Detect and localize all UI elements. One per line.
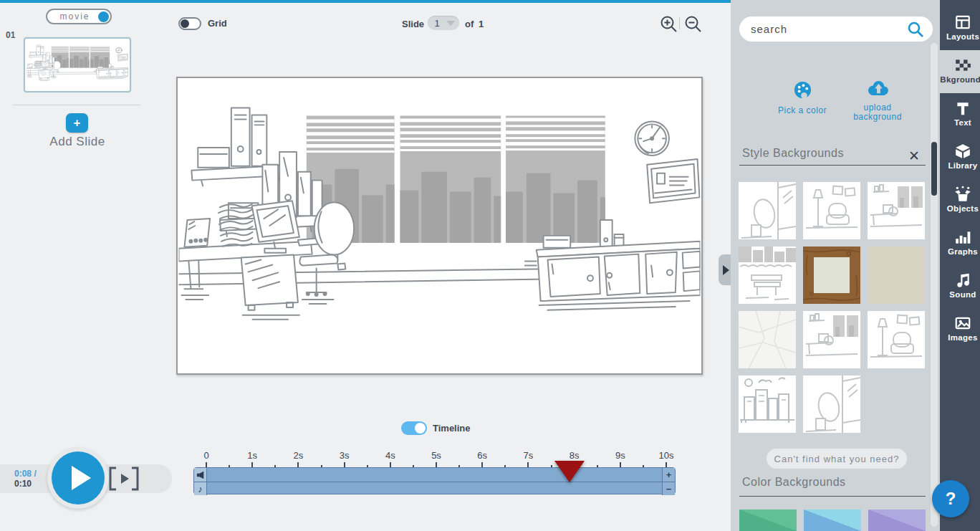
sidebar-item-sound[interactable]: Sound [940, 265, 980, 308]
graphs-icon [954, 229, 971, 246]
zoom-out-icon [684, 15, 703, 34]
backgrounds-panel: Pick a color uploadbackground Style Back… [731, 0, 940, 531]
color-swatch[interactable] [804, 510, 861, 531]
sidebar-item-label: Images [940, 333, 980, 342]
ruler-tick-label: 6s [468, 450, 496, 461]
ruler-tick-label: 3s [330, 450, 359, 461]
time-current: 0:08 [14, 469, 32, 479]
style-thumbnail-city-skyline[interactable] [739, 375, 796, 433]
zoom-in-icon [660, 15, 678, 34]
search-icon[interactable] [907, 21, 924, 38]
style-thumbnail-window-corner[interactable] [803, 375, 860, 433]
style-thumbnail-wooden-frame[interactable] [803, 247, 860, 304]
ruler-tick-label: 0 [192, 450, 221, 461]
timeline-tracks[interactable]: ♪ + − [193, 467, 676, 494]
style-thumbnail-office-desk[interactable] [868, 182, 925, 239]
editor-canvas[interactable] [176, 77, 703, 375]
music-track[interactable]: ♪ [194, 482, 675, 495]
style-thumbnail-park-bench[interactable] [739, 247, 796, 304]
color-backgrounds-title: Color Backgrounds [742, 476, 846, 489]
time-total: 0:10 [14, 479, 37, 489]
timeline-toggle[interactable] [401, 421, 427, 435]
question-mark-icon: ? [946, 489, 956, 509]
slide-total-label: 1 [479, 19, 484, 29]
sidebar-item-bkgrounds[interactable]: Bkgrounds [940, 50, 980, 93]
sidebar-item-label: Text [940, 118, 980, 127]
help-button[interactable]: ? [932, 480, 969, 517]
sidebar-item-label: Graphs [940, 247, 980, 256]
grid-toggle[interactable] [178, 17, 201, 30]
color-swatches [739, 510, 926, 531]
grid-label: Grid [208, 18, 227, 29]
movie-mode-label: movie [47, 11, 98, 21]
office-scene-graphic [178, 78, 701, 373]
plus-icon: + [74, 116, 81, 130]
objects-icon [954, 186, 971, 203]
add-slide-label: Add Slide [0, 135, 155, 149]
time-separator: / [34, 469, 36, 479]
sidebar-item-library[interactable]: Library [940, 136, 980, 179]
panel-scrollbar-thumb[interactable] [931, 142, 937, 196]
zoom-in-button[interactable] [660, 15, 678, 34]
slide-thumbnail[interactable] [24, 37, 131, 92]
ruler-tick-label: 1s [238, 450, 266, 461]
preview-slide-button[interactable] [107, 465, 140, 492]
chevron-down-icon [446, 21, 455, 26]
slide-select-dropdown[interactable]: 1 [428, 16, 459, 30]
voice-track-icon-cell[interactable] [194, 468, 207, 482]
cant-find-button[interactable]: Can't find what you need? [767, 449, 907, 469]
sidebar-item-objects[interactable]: Objects [940, 179, 980, 222]
zoom-out-button[interactable] [684, 15, 703, 34]
style-thumbnail-plain-beige[interactable] [868, 247, 925, 304]
bkgrounds-icon [954, 57, 971, 74]
style-thumbnail-armchair-lamp[interactable] [803, 182, 860, 239]
slide-selector-label: Slide [402, 19, 424, 29]
style-thumbnail-office-desk[interactable] [803, 311, 860, 368]
minus-icon: − [666, 484, 672, 494]
add-slide-button[interactable]: + [66, 113, 88, 133]
cloud-upload-icon [866, 79, 890, 97]
style-thumbnail-armchair-lamp[interactable] [868, 311, 925, 368]
search-box[interactable] [739, 16, 933, 42]
timeline-zoom-in-button[interactable]: + [662, 468, 675, 482]
chevron-right-icon [723, 265, 729, 275]
style-thumbnails-grid [739, 182, 932, 433]
movie-toggle-knob [98, 11, 109, 22]
panel-scrollbar-track[interactable] [931, 43, 938, 527]
sidebar-item-images[interactable]: Images [940, 308, 980, 351]
music-note-icon: ♪ [198, 484, 203, 494]
slide-thumbnail-scene [27, 40, 128, 90]
upload-label-line2: background [853, 112, 902, 122]
sidebar-item-layouts[interactable]: Layouts [940, 7, 980, 50]
sidebar-item-label: Library [940, 161, 980, 170]
zoom-divider [679, 17, 680, 29]
ruler-tick-label: 9s [606, 450, 635, 461]
movie-mode-toggle[interactable]: movie [46, 9, 112, 24]
grid-toggle-knob [181, 19, 189, 28]
slide-select-value: 1 [428, 18, 446, 29]
style-thumbnail-window-corner[interactable] [739, 182, 796, 239]
slide-of-label: of [465, 19, 474, 29]
close-icon: ✕ [908, 148, 920, 163]
timeline-playhead[interactable] [554, 461, 585, 482]
search-input[interactable] [739, 23, 907, 35]
library-icon [954, 143, 971, 160]
timeline-ruler[interactable]: 01s2s3s4s5s6s7s8s9s10s [193, 450, 681, 468]
voice-track[interactable] [194, 468, 675, 482]
play-button[interactable] [52, 451, 105, 504]
music-track-icon-cell[interactable]: ♪ [194, 482, 207, 495]
sound-icon [954, 272, 971, 289]
style-thumbnail-crumpled-paper[interactable] [739, 311, 796, 368]
style-backgrounds-title: Style Backgrounds [742, 147, 844, 160]
upload-background-button[interactable]: uploadbackground [845, 79, 910, 122]
sidebar-item-text[interactable]: Text [940, 93, 980, 136]
sidebar-item-graphs[interactable]: Graphs [940, 222, 980, 265]
color-swatch[interactable] [739, 510, 797, 531]
preview-play-icon [107, 465, 140, 492]
close-button[interactable]: ✕ [908, 148, 920, 164]
ruler-tick-label: 10s [652, 450, 681, 461]
color-swatch[interactable] [868, 510, 926, 531]
timeline-label: Timeline [433, 423, 471, 434]
pick-color-button[interactable]: Pick a color [770, 80, 835, 115]
timeline-zoom-out-button[interactable]: − [662, 482, 675, 495]
